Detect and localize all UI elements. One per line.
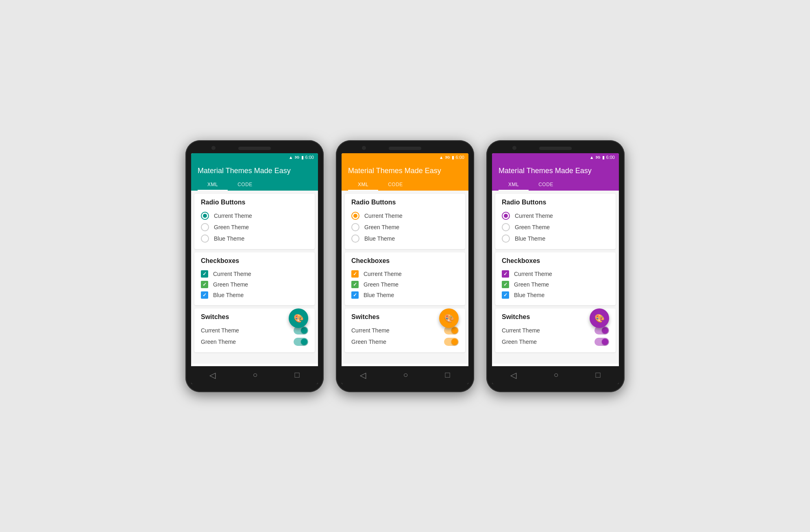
fab-icon: 🎨 [444, 313, 454, 323]
checkbox-title: Checkboxes [201, 257, 308, 265]
checkbox-item-1[interactable]: ✓ Green Theme [201, 279, 308, 290]
radio-item-1[interactable]: Green Theme [351, 221, 459, 233]
switch-label-1: Green Theme [502, 339, 590, 345]
switch-item-1[interactable]: Green Theme [351, 336, 459, 347]
checkmark-1: ✓ [353, 282, 357, 287]
radio-circle-2[interactable] [201, 235, 209, 243]
fab-button[interactable]: 🎨 [439, 308, 459, 328]
radio-label-2: Blue Theme [515, 235, 545, 242]
fab-button[interactable]: 🎨 [590, 308, 609, 328]
checkmark-2: ✓ [503, 293, 507, 297]
wifi-icon: ▲ [439, 155, 444, 160]
signal-icon: 3G [295, 155, 300, 159]
checkbox-box-2[interactable]: ✓ [502, 291, 509, 299]
checkbox-item-2[interactable]: ✓ Blue Theme [502, 290, 609, 300]
radio-buttons-card: Radio Buttons Current Theme [194, 194, 315, 249]
switches-card: Switches Current Theme Green Theme [194, 308, 315, 352]
radio-item-1[interactable]: Green Theme [502, 221, 609, 233]
tab-code[interactable]: CODE [529, 179, 563, 191]
checkbox-box-0[interactable]: ✓ [351, 270, 359, 278]
radio-item-2[interactable]: Blue Theme [502, 233, 609, 244]
battery-icon: ▮ [301, 155, 304, 160]
phone-screen: ▲ 3G ▮ 6:00 Material Themes Made Easy XM… [342, 153, 468, 384]
recents-button[interactable]: □ [445, 370, 450, 380]
home-button[interactable]: ○ [403, 370, 408, 380]
radio-item-1[interactable]: Green Theme [201, 221, 308, 233]
checkmark-1: ✓ [202, 282, 207, 287]
radio-circle-2[interactable] [502, 235, 510, 243]
back-button[interactable]: ◁ [360, 370, 366, 380]
app-title: Material Themes Made Easy [499, 167, 612, 175]
radio-item-0[interactable]: Current Theme [351, 210, 459, 221]
checkbox-box-0[interactable]: ✓ [201, 270, 208, 278]
switch-thumb-0 [451, 327, 458, 334]
checkbox-item-2[interactable]: ✓ Blue Theme [201, 290, 308, 300]
switch-track-1[interactable] [594, 338, 609, 346]
checkbox-box-1[interactable]: ✓ [201, 281, 208, 288]
radio-item-2[interactable]: Blue Theme [201, 233, 308, 244]
tab-xml[interactable]: XML [198, 179, 228, 191]
tab-code[interactable]: CODE [228, 179, 262, 191]
radio-label-0: Current Theme [364, 213, 403, 219]
checkbox-item-0[interactable]: ✓ Current Theme [201, 269, 308, 279]
phone-orange: ▲ 3G ▮ 6:00 Material Themes Made Easy XM… [336, 140, 474, 392]
checkbox-box-0[interactable]: ✓ [502, 270, 509, 278]
checkbox-box-2[interactable]: ✓ [201, 291, 208, 299]
app-title: Material Themes Made Easy [348, 167, 462, 175]
checkbox-box-1[interactable]: ✓ [502, 281, 509, 288]
checkbox-item-1[interactable]: ✓ Green Theme [351, 279, 459, 290]
radio-circle-1[interactable] [351, 223, 359, 231]
switch-track-1[interactable] [444, 338, 459, 346]
switch-item-0[interactable]: Current Theme [351, 325, 459, 336]
switch-label-0: Current Theme [201, 327, 289, 334]
status-bar: ▲ 3G ▮ 6:00 [342, 153, 468, 162]
checkmark-1: ✓ [503, 282, 507, 287]
fab-button[interactable]: 🎨 [289, 308, 308, 328]
radio-circle-0[interactable] [502, 212, 510, 220]
radio-item-0[interactable]: Current Theme [502, 210, 609, 221]
switch-item-0[interactable]: Current Theme [201, 325, 308, 336]
switch-item-1[interactable]: Green Theme [502, 336, 609, 347]
radio-circle-1[interactable] [201, 223, 209, 231]
radio-label-1: Green Theme [214, 224, 249, 230]
tab-xml[interactable]: XML [499, 179, 529, 191]
nav-bar: ◁ ○ □ [492, 366, 619, 384]
back-button[interactable]: ◁ [510, 370, 516, 380]
radio-item-0[interactable]: Current Theme [201, 210, 308, 221]
camera [512, 146, 516, 150]
checkbox-item-0[interactable]: ✓ Current Theme [351, 269, 459, 279]
tab-code[interactable]: CODE [378, 179, 413, 191]
radio-circle-0[interactable] [201, 212, 209, 220]
nav-bar: ◁ ○ □ [342, 366, 468, 384]
checkmark-2: ✓ [202, 293, 207, 297]
home-button[interactable]: ○ [253, 370, 257, 380]
radio-item-2[interactable]: Blue Theme [351, 233, 459, 244]
checkboxes-card: Checkboxes ✓ Current Theme ✓ [194, 252, 315, 305]
switch-track-1[interactable] [294, 338, 308, 346]
checkbox-title: Checkboxes [502, 257, 609, 265]
checkbox-box-2[interactable]: ✓ [351, 291, 359, 299]
checkbox-item-1[interactable]: ✓ Green Theme [502, 279, 609, 290]
checkbox-item-0[interactable]: ✓ Current Theme [502, 269, 609, 279]
tab-xml[interactable]: XML [348, 179, 378, 191]
recents-button[interactable]: □ [595, 370, 600, 380]
back-button[interactable]: ◁ [209, 370, 216, 380]
recents-button[interactable]: □ [294, 370, 299, 380]
phone-top [191, 146, 318, 151]
switch-label-0: Current Theme [351, 327, 439, 334]
status-time: 6:00 [606, 155, 615, 160]
signal-icon: 3G [596, 155, 601, 159]
radio-circle-2[interactable] [351, 235, 359, 243]
checkbox-label-1: Green Theme [514, 281, 549, 288]
switch-item-0[interactable]: Current Theme [502, 325, 609, 336]
radio-circle-0[interactable] [351, 212, 359, 220]
radio-circle-1[interactable] [502, 223, 510, 231]
screen-content: Radio Buttons Current Theme [342, 191, 468, 364]
home-button[interactable]: ○ [553, 370, 558, 380]
speaker [539, 147, 572, 150]
phone-teal: ▲ 3G ▮ 6:00 Material Themes Made Easy XM… [185, 140, 324, 392]
checkbox-item-2[interactable]: ✓ Blue Theme [351, 290, 459, 300]
checkbox-box-1[interactable]: ✓ [351, 281, 359, 288]
switch-item-1[interactable]: Green Theme [201, 336, 308, 347]
switch-thumb-0 [301, 327, 307, 334]
